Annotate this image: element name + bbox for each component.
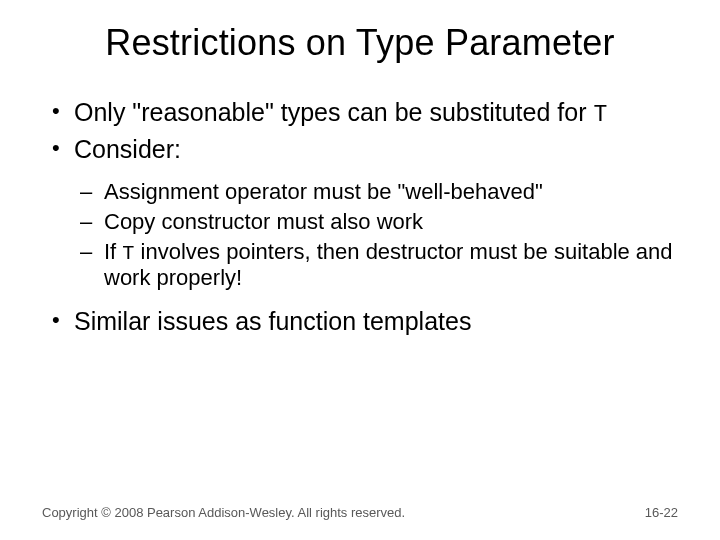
slide-footer: Copyright © 2008 Pearson Addison-Wesley.… (42, 505, 678, 520)
copyright-text: Copyright © 2008 Pearson Addison-Wesley.… (42, 505, 405, 520)
sub-bullet-text: Copy constructor must also work (104, 209, 423, 234)
sub-bullet-item: Copy constructor must also work (78, 209, 678, 235)
sub-bullet-item: Assignment operator must be "well-behave… (78, 179, 678, 205)
sub-bullet-text: Assignment operator must be "well-behave… (104, 179, 543, 204)
bullet-text: Similar issues as function templates (74, 307, 471, 335)
bullet-text: Only "reasonable" types can be substitut… (74, 98, 593, 126)
sub-bullet-text: If (104, 239, 122, 264)
page-number: 16-22 (645, 505, 678, 520)
slide-content: Only "reasonable" types can be substitut… (42, 98, 678, 337)
sub-bullet-text: involves pointers, then destructor must … (104, 239, 673, 291)
bullet-text: Consider: (74, 135, 181, 163)
sub-bullet-item: If T involves pointers, then destructor … (78, 239, 678, 292)
slide: Restrictions on Type Parameter Only "rea… (0, 0, 720, 540)
bullet-item: Only "reasonable" types can be substitut… (48, 98, 678, 129)
bullet-item: Similar issues as function templates (48, 307, 678, 337)
bullet-item: Consider: Assignment operator must be "w… (48, 135, 678, 291)
code-token: T (122, 242, 134, 265)
slide-title: Restrictions on Type Parameter (42, 22, 678, 64)
code-token: T (593, 102, 607, 128)
bullet-list: Only "reasonable" types can be substitut… (48, 98, 678, 337)
sub-bullet-list: Assignment operator must be "well-behave… (74, 179, 678, 292)
